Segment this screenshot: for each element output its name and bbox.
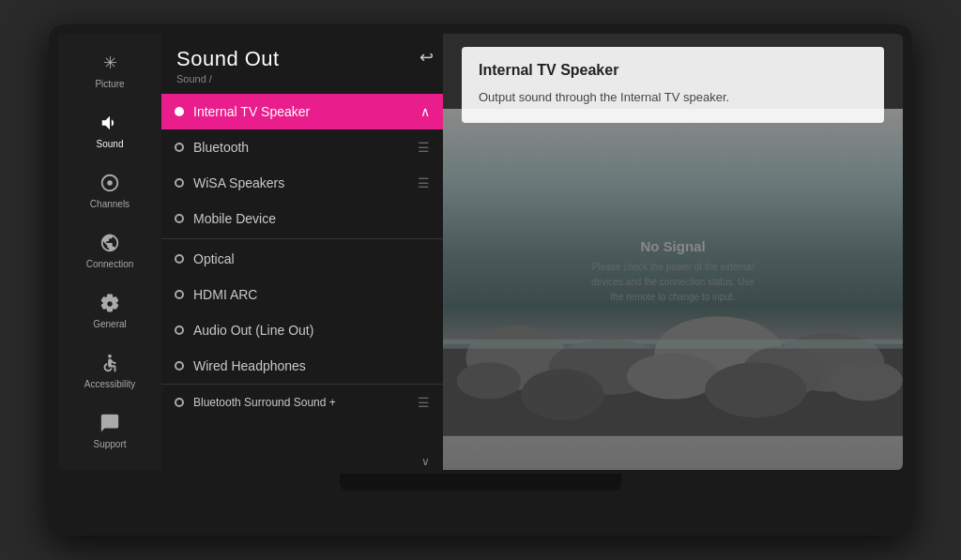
- radio-dot-mobile: [175, 214, 184, 223]
- sidebar-item-sound[interactable]: Sound: [58, 101, 161, 159]
- menu-item-internal-tv-speaker[interactable]: Internal TV Speaker ∧: [161, 94, 443, 129]
- menu-item-bluetooth[interactable]: Bluetooth ☰: [161, 129, 443, 165]
- no-signal-overlay: No Signal Please check the power of the …: [588, 238, 757, 305]
- svg-point-0: [107, 180, 113, 186]
- radio-dot-internal: [175, 107, 184, 116]
- sidebar-item-label-channels: Channels: [90, 199, 130, 210]
- menu-item-optical[interactable]: Optical: [161, 241, 443, 277]
- svg-point-8: [627, 353, 719, 399]
- sidebar-item-label-picture: Picture: [95, 79, 124, 90]
- no-signal-text: Please check the power of the external d…: [588, 260, 757, 305]
- sidebar-item-accessibility[interactable]: Accessibility: [58, 341, 161, 400]
- sidebar-item-support[interactable]: Support: [58, 401, 161, 460]
- radio-dot-wired: [175, 361, 184, 371]
- chevron-up-icon: ∧: [420, 104, 430, 119]
- menu-divider-1: [161, 238, 443, 239]
- menu-header: Sound Out Sound / ↩: [161, 34, 443, 88]
- list-icon-bluetooth: ☰: [418, 140, 430, 155]
- svg-point-7: [457, 362, 522, 399]
- menu-item-label-hdmi: HDMI ARC: [193, 287, 430, 302]
- connection-icon: [98, 231, 122, 255]
- menu-title: Sound Out: [176, 47, 428, 71]
- background-image-area: No Signal Please check the power of the …: [443, 109, 903, 470]
- info-panel: Internal TV Speaker Output sound through…: [443, 34, 903, 470]
- svg-point-12: [705, 362, 806, 417]
- sidebar-item-picture[interactable]: ✳ Picture: [58, 41, 161, 99]
- back-button[interactable]: ↩: [419, 47, 434, 68]
- menu-panel: Sound Out Sound / ↩ Internal TV Speaker …: [161, 34, 443, 470]
- menu-breadcrumb: Sound /: [176, 73, 428, 84]
- sidebar-item-general[interactable]: General: [58, 281, 161, 340]
- sidebar-item-label-connection: Connection: [86, 259, 134, 270]
- menu-item-wired-headphones[interactable]: Wired Headphones: [161, 348, 443, 384]
- tv-outer: ✳ Picture Sound Channels: [49, 24, 912, 536]
- radio-dot-wisa: [175, 178, 184, 188]
- sound-icon: [98, 111, 122, 135]
- menu-item-label-bluetooth: Bluetooth: [193, 140, 418, 155]
- svg-point-10: [830, 360, 903, 401]
- menu-item-audio-out[interactable]: Audio Out (Line Out): [161, 312, 443, 348]
- radio-dot-bt-surround: [175, 398, 184, 407]
- svg-rect-13: [443, 339, 903, 348]
- general-icon: [98, 291, 122, 315]
- list-icon-bt-surround: ☰: [418, 395, 430, 410]
- menu-item-mobile-device[interactable]: Mobile Device: [161, 201, 443, 236]
- tv-screen: ✳ Picture Sound Channels: [58, 34, 903, 470]
- radio-dot-audio-out: [175, 325, 184, 335]
- no-signal-title: No Signal: [588, 238, 757, 254]
- rocks-visual: No Signal Please check the power of the …: [443, 109, 903, 470]
- radio-dot-optical: [175, 254, 184, 264]
- channels-icon: [98, 171, 122, 195]
- sidebar: ✳ Picture Sound Channels: [58, 34, 161, 470]
- menu-items-list: Internal TV Speaker ∧ Bluetooth ☰ WiSA S…: [161, 94, 443, 470]
- sidebar-item-label-sound: Sound: [97, 139, 124, 150]
- menu-item-label-optical: Optical: [193, 251, 430, 266]
- sidebar-item-label-accessibility: Accessibility: [84, 379, 135, 390]
- menu-item-label-internal: Internal TV Speaker: [193, 104, 420, 119]
- menu-item-label-audio-out: Audio Out (Line Out): [193, 323, 430, 338]
- sidebar-item-channels[interactable]: Channels: [58, 161, 161, 219]
- menu-item-wisa-speakers[interactable]: WiSA Speakers ☰: [161, 165, 443, 201]
- scroll-down-indicator: ∨: [421, 455, 430, 468]
- menu-item-label-wisa: WiSA Speakers: [193, 175, 418, 190]
- support-icon: [98, 411, 122, 435]
- menu-item-label-wired: Wired Headphones: [193, 358, 430, 373]
- svg-point-1: [108, 355, 112, 358]
- accessibility-icon: [98, 351, 122, 375]
- sidebar-item-connection[interactable]: Connection: [58, 221, 161, 280]
- menu-item-bluetooth-surround[interactable]: Bluetooth Surround Sound + ☰: [161, 384, 443, 420]
- info-card: Internal TV Speaker Output sound through…: [462, 47, 884, 123]
- sidebar-item-label-general: General: [93, 319, 127, 330]
- sidebar-item-label-support: Support: [93, 439, 126, 450]
- radio-dot-bluetooth: [175, 143, 184, 152]
- list-icon-wisa: ☰: [418, 175, 430, 190]
- menu-item-label-bt-surround: Bluetooth Surround Sound +: [193, 396, 418, 409]
- info-card-title: Internal TV Speaker: [479, 62, 867, 79]
- radio-dot-hdmi: [175, 290, 184, 299]
- menu-item-label-mobile: Mobile Device: [193, 211, 430, 226]
- picture-icon: ✳: [98, 51, 122, 75]
- menu-item-hdmi-arc[interactable]: HDMI ARC: [161, 277, 443, 312]
- info-card-text: Output sound through the Internal TV spe…: [479, 88, 867, 108]
- svg-point-11: [521, 369, 603, 420]
- tv-stand: [340, 474, 621, 491]
